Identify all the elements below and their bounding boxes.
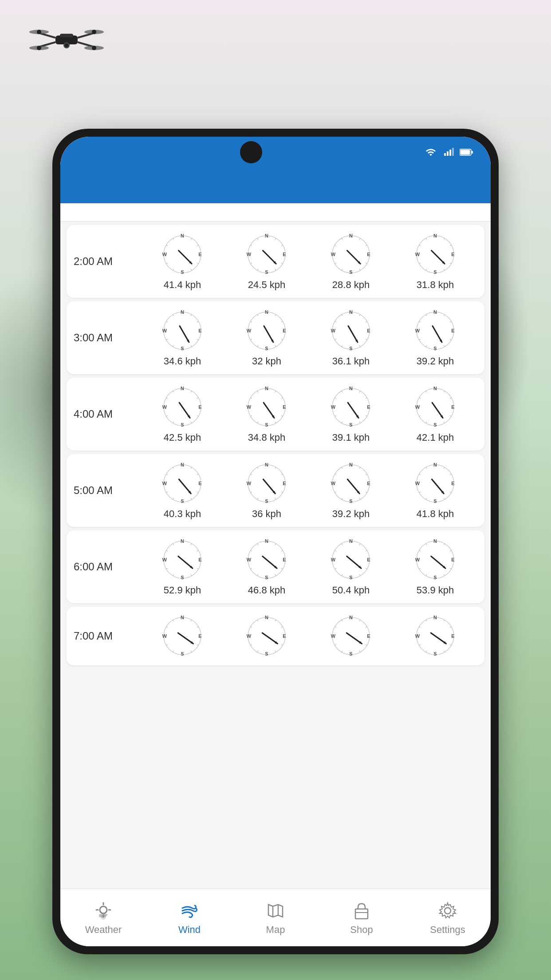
svg-line-376 bbox=[359, 544, 360, 545]
svg-line-173 bbox=[433, 326, 442, 342]
svg-line-330 bbox=[191, 574, 192, 576]
nav-item-weather[interactable]: Weather bbox=[60, 900, 146, 936]
svg-text:W: W bbox=[331, 404, 336, 410]
svg-point-10 bbox=[37, 30, 41, 34]
compass-dial: N S W E bbox=[160, 614, 205, 658]
svg-text:E: E bbox=[283, 633, 286, 639]
nav-item-map[interactable]: Map bbox=[232, 900, 319, 936]
compass-dial: N S W E bbox=[329, 308, 373, 353]
svg-line-377 bbox=[366, 550, 367, 551]
wind-cell: N S W E 41.8 kph bbox=[393, 461, 477, 520]
svg-line-370 bbox=[342, 574, 342, 576]
svg-rect-16 bbox=[444, 153, 446, 156]
nav-item-settings[interactable]: Settings bbox=[405, 900, 491, 936]
svg-line-146 bbox=[342, 315, 342, 316]
svg-text:E: E bbox=[283, 557, 286, 562]
svg-line-161 bbox=[426, 345, 427, 347]
svg-line-256 bbox=[173, 498, 174, 500]
svg-line-317 bbox=[426, 467, 427, 469]
compass-dial: N S W E bbox=[160, 461, 205, 506]
svg-line-316 bbox=[419, 474, 421, 475]
svg-text:E: E bbox=[198, 252, 201, 257]
nav-label: Map bbox=[266, 924, 285, 936]
svg-line-409 bbox=[166, 644, 168, 645]
svg-line-279 bbox=[257, 467, 258, 469]
svg-text:N: N bbox=[433, 538, 437, 544]
svg-line-164 bbox=[419, 321, 421, 322]
compass-dial: N S W E bbox=[329, 461, 373, 506]
svg-text:W: W bbox=[162, 252, 167, 257]
svg-line-462 bbox=[450, 644, 452, 645]
nav-label: Settings bbox=[430, 924, 465, 936]
svg-line-349 bbox=[275, 574, 276, 576]
svg-line-64 bbox=[359, 269, 360, 271]
svg-line-338 bbox=[191, 544, 192, 545]
svg-text:N: N bbox=[433, 462, 437, 467]
svg-text:S: S bbox=[349, 269, 352, 275]
svg-line-333 bbox=[166, 568, 168, 569]
wind-cell: N S W E 41.4 kph bbox=[140, 232, 224, 291]
compass-dial: N S W E bbox=[413, 232, 457, 277]
nav-label: Weather bbox=[85, 924, 122, 936]
nav-item-shop[interactable]: Shop bbox=[319, 900, 405, 936]
svg-text:E: E bbox=[198, 328, 201, 333]
wind-cell: N S W E 52.9 kph bbox=[140, 537, 224, 596]
svg-text:W: W bbox=[247, 404, 252, 410]
svg-line-339 bbox=[197, 550, 199, 551]
svg-line-355 bbox=[257, 544, 258, 545]
wind-cell: N S W E 39.1 kph bbox=[309, 385, 393, 443]
svg-line-235 bbox=[444, 422, 445, 423]
svg-line-408 bbox=[173, 651, 174, 652]
map-icon bbox=[265, 900, 286, 921]
svg-text:W: W bbox=[247, 328, 252, 333]
svg-text:W: W bbox=[331, 481, 336, 486]
svg-text:E: E bbox=[283, 252, 286, 257]
svg-line-159 bbox=[444, 345, 445, 347]
svg-text:W: W bbox=[415, 404, 420, 410]
svg-line-424 bbox=[281, 644, 283, 645]
svg-line-44 bbox=[281, 263, 283, 264]
svg-line-104 bbox=[173, 345, 174, 347]
nav-item-wind[interactable]: Wind bbox=[146, 900, 232, 936]
svg-line-63 bbox=[366, 263, 367, 264]
svg-line-453 bbox=[366, 627, 367, 628]
svg-line-374 bbox=[342, 544, 342, 545]
phone-screen: 2:00 AM N S W E 41.4 kph N S W E bbox=[60, 137, 491, 946]
svg-line-439 bbox=[262, 633, 277, 644]
wind-speed-value: 41.4 kph bbox=[164, 279, 201, 291]
svg-line-211 bbox=[264, 403, 274, 418]
svg-line-78 bbox=[347, 251, 361, 264]
svg-line-301 bbox=[366, 474, 367, 475]
svg-line-287 bbox=[263, 479, 275, 494]
weather-icon bbox=[93, 900, 114, 921]
svg-line-83 bbox=[444, 269, 445, 271]
svg-line-443 bbox=[366, 644, 367, 645]
svg-text:W: W bbox=[162, 633, 167, 639]
svg-text:W: W bbox=[162, 557, 167, 562]
svg-line-234 bbox=[450, 415, 452, 416]
wind-cell: N S W E 39.2 kph bbox=[393, 308, 477, 367]
svg-line-101 bbox=[197, 339, 199, 340]
svg-text:S: S bbox=[349, 346, 352, 351]
svg-line-344 bbox=[178, 556, 193, 568]
svg-line-70 bbox=[342, 238, 342, 240]
compass-dial: N S W E bbox=[413, 385, 457, 429]
svg-line-202 bbox=[251, 398, 252, 399]
svg-rect-22 bbox=[460, 150, 470, 155]
svg-line-357 bbox=[275, 544, 276, 545]
settings-icon bbox=[437, 900, 458, 921]
row-time: 3:00 AM bbox=[74, 332, 140, 344]
svg-line-449 bbox=[335, 627, 337, 628]
svg-line-275 bbox=[257, 498, 258, 500]
svg-line-206 bbox=[281, 398, 283, 399]
svg-line-390 bbox=[419, 568, 421, 569]
svg-text:S: S bbox=[433, 422, 437, 427]
wind-cell: N S W E 28.8 kph bbox=[309, 232, 393, 291]
svg-line-387 bbox=[444, 574, 445, 576]
svg-line-97 bbox=[432, 251, 445, 264]
svg-text:S: S bbox=[181, 346, 184, 351]
svg-text:E: E bbox=[367, 252, 370, 257]
wind-speed-value: 34.8 kph bbox=[248, 432, 285, 443]
svg-line-352 bbox=[251, 568, 252, 569]
svg-line-26 bbox=[191, 269, 192, 271]
